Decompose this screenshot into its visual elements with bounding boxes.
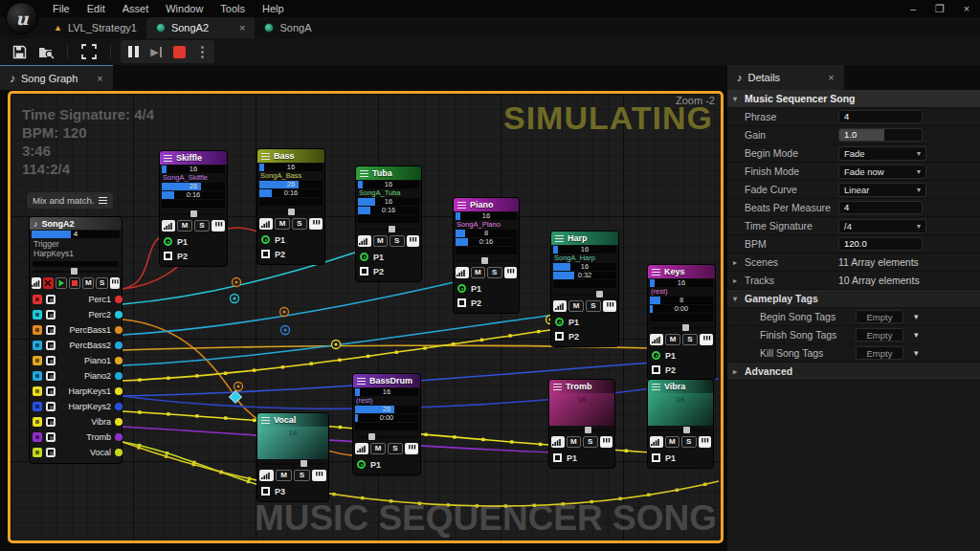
s-icon[interactable]: S [294, 470, 310, 481]
node-header[interactable]: Skiffle [160, 151, 227, 165]
node-piano[interactable]: Piano16SongA_Piano80:16MSP1P2 [453, 197, 520, 314]
stop-button[interactable] [167, 41, 190, 62]
tab-song-graph[interactable]: ♪ Song Graph × [0, 65, 113, 90]
property-slider-input[interactable]: 1.0 [838, 128, 923, 142]
circle-pin-icon[interactable] [360, 253, 368, 261]
node-header[interactable]: Vocal [257, 413, 328, 427]
m-icon[interactable]: M [370, 443, 386, 454]
unreal-logo-icon[interactable]: u [6, 2, 38, 34]
chevron-down-icon[interactable]: ▾ [914, 312, 919, 321]
fullscreen-button[interactable] [78, 41, 100, 62]
tab-details[interactable]: ♪ Details × [727, 65, 844, 90]
details-row-music-sequencer-song[interactable]: ▾Music Sequencer Song [727, 90, 980, 108]
node-header[interactable]: Bass [257, 149, 324, 163]
pin-p1[interactable]: P1 [652, 348, 711, 363]
expand-arrow-icon[interactable]: ▸ [727, 367, 743, 376]
chevron-down-icon[interactable]: ▾ [914, 348, 919, 358]
s-icon[interactable]: S [292, 218, 307, 230]
track-toggle-button[interactable] [46, 310, 56, 320]
slider-handle[interactable] [301, 460, 307, 467]
menu-help[interactable]: Help [254, 1, 293, 16]
slider-handle[interactable] [481, 257, 488, 264]
slider-handle[interactable] [596, 291, 603, 298]
node-vocal[interactable]: Vocal16MSP3 [256, 412, 329, 502]
output-pin[interactable] [115, 311, 122, 319]
pin-p2[interactable]: P2 [555, 329, 614, 343]
slider-handle[interactable] [71, 268, 78, 275]
track-toggle-button[interactable] [46, 325, 56, 335]
output-pin[interactable] [115, 372, 122, 380]
m-icon[interactable]: M [373, 235, 389, 247]
node-slider[interactable] [163, 210, 224, 218]
track-color-swatch[interactable] [33, 432, 42, 442]
bars-icon[interactable] [259, 218, 273, 230]
pin-p2[interactable]: P2 [457, 296, 515, 310]
song-seek-bar[interactable] [33, 261, 119, 267]
node-slider[interactable] [651, 324, 712, 332]
bars-icon[interactable] [650, 334, 663, 345]
tag-dropdown[interactable]: Empty [856, 328, 903, 342]
menu-asset[interactable]: Asset [114, 1, 158, 16]
track-toggle-button[interactable] [46, 432, 56, 442]
menu-edit[interactable]: Edit [78, 1, 114, 16]
piano-icon[interactable] [212, 220, 225, 231]
track-toggle-button[interactable] [46, 356, 56, 365]
m-icon[interactable]: M [275, 218, 290, 230]
bars-icon[interactable] [162, 220, 175, 231]
node-header[interactable]: Harp [551, 231, 618, 245]
graph-canvas[interactable]: Time Signature: 4/4 BPM: 120 3:46 114:2/… [8, 91, 724, 543]
node-slider[interactable] [359, 226, 418, 233]
node-keys[interactable]: Keys16(rest)80:00MSP1P2 [647, 264, 716, 381]
s-icon[interactable]: S [487, 267, 502, 278]
square-pin-icon[interactable] [555, 332, 564, 341]
pin-p1[interactable]: P1 [457, 281, 515, 296]
piano-icon[interactable] [699, 436, 712, 448]
play-icon[interactable] [56, 277, 67, 289]
pin-p1[interactable]: P1 [357, 457, 416, 472]
track-toggle-button[interactable] [46, 386, 56, 396]
s-icon[interactable]: S [682, 334, 698, 345]
pause-button[interactable] [122, 41, 145, 62]
square-pin-icon[interactable] [261, 487, 270, 496]
menu-file[interactable]: File [44, 1, 78, 16]
pin-p3[interactable]: P3 [261, 484, 324, 498]
node-harp[interactable]: Harp16SongA_Harp160:32MSP1P2 [550, 231, 619, 347]
node-tuba[interactable]: Tuba16SongA_Tuba160:16MSP1P2 [355, 165, 422, 282]
property-input[interactable]: 4 [838, 201, 923, 214]
asset-tab-songa[interactable]: SongA [255, 17, 321, 38]
slider-handle[interactable] [288, 209, 295, 215]
s-icon[interactable]: S [583, 436, 598, 448]
piano-icon[interactable] [110, 277, 120, 289]
m-icon[interactable]: M [177, 220, 192, 231]
track-toggle-button[interactable] [46, 417, 56, 427]
s-icon[interactable]: S [390, 235, 405, 247]
circle-pin-icon[interactable] [357, 460, 366, 469]
node-header[interactable]: Piano [454, 198, 519, 211]
output-pin[interactable] [115, 403, 122, 410]
output-pin[interactable] [115, 326, 122, 334]
circle-pin-icon[interactable] [261, 235, 270, 244]
track-color-swatch[interactable] [33, 402, 42, 411]
minimize-button[interactable]: – [900, 0, 926, 17]
slider-handle[interactable] [585, 427, 591, 433]
s-icon[interactable]: S [681, 436, 697, 448]
circle-pin-icon[interactable] [457, 284, 466, 293]
step-button[interactable]: ▶ [145, 41, 167, 62]
slider-handle[interactable] [389, 226, 395, 232]
close-icon[interactable]: × [828, 72, 834, 83]
piano-icon[interactable] [603, 300, 616, 312]
square-pin-icon[interactable] [457, 298, 466, 307]
expand-arrow-icon[interactable]: ▸ [727, 258, 743, 267]
piano-icon[interactable] [600, 436, 613, 448]
bars-icon[interactable] [456, 267, 469, 278]
pin-p1[interactable]: P1 [553, 451, 611, 465]
browse-button[interactable] [34, 41, 57, 62]
menu-tools[interactable]: Tools [212, 1, 254, 16]
slider-handle[interactable] [190, 210, 197, 217]
asset-tab-songa2[interactable]: SongA2× [146, 17, 256, 38]
property-dropdown[interactable]: /4▾ [838, 219, 926, 233]
expand-arrow-icon[interactable]: ▸ [727, 276, 743, 285]
node-songa2[interactable]: ♪ SongA2 4 Trigger HarpKeys1 MS Perc1Per… [29, 216, 122, 464]
circle-pin-icon[interactable] [164, 237, 172, 246]
x-icon[interactable] [43, 277, 53, 289]
